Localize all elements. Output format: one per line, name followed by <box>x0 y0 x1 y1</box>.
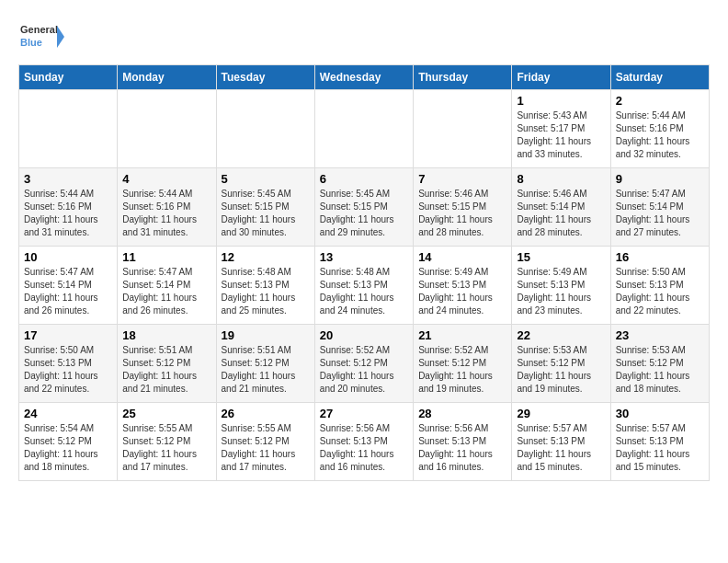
day-info: Sunrise: 5:55 AM Sunset: 5:12 PM Dayligh… <box>222 422 310 474</box>
day-info: Sunrise: 5:45 AM Sunset: 5:15 PM Dayligh… <box>320 188 408 239</box>
week-row-4: 17Sunrise: 5:50 AM Sunset: 5:13 PM Dayli… <box>19 325 710 403</box>
weekday-header-saturday: Saturday <box>610 65 709 90</box>
day-cell <box>414 90 512 168</box>
day-number: 28 <box>418 407 506 420</box>
svg-text:Blue: Blue <box>20 37 42 48</box>
day-info: Sunrise: 5:57 AM Sunset: 5:13 PM Dayligh… <box>517 422 605 474</box>
day-cell: 22Sunrise: 5:53 AM Sunset: 5:12 PM Dayli… <box>512 325 610 403</box>
day-number: 16 <box>616 250 704 264</box>
day-info: Sunrise: 5:47 AM Sunset: 5:14 PM Dayligh… <box>24 266 112 317</box>
day-info: Sunrise: 5:46 AM Sunset: 5:15 PM Dayligh… <box>418 188 506 239</box>
day-cell: 7Sunrise: 5:46 AM Sunset: 5:15 PM Daylig… <box>414 168 512 247</box>
day-cell <box>118 90 216 168</box>
day-number: 26 <box>222 407 310 420</box>
day-number: 5 <box>222 172 310 186</box>
day-number: 3 <box>24 172 112 186</box>
weekday-header-friday: Friday <box>512 65 610 90</box>
day-number: 24 <box>24 407 112 420</box>
day-info: Sunrise: 5:52 AM Sunset: 5:12 PM Dayligh… <box>418 344 506 396</box>
day-info: Sunrise: 5:48 AM Sunset: 5:13 PM Dayligh… <box>222 266 310 317</box>
day-number: 19 <box>222 328 310 342</box>
day-cell: 2Sunrise: 5:44 AM Sunset: 5:16 PM Daylig… <box>610 90 709 168</box>
day-number: 18 <box>122 328 210 342</box>
day-cell: 18Sunrise: 5:51 AM Sunset: 5:12 PM Dayli… <box>118 325 216 403</box>
day-number: 23 <box>616 328 704 342</box>
weekday-header-thursday: Thursday <box>414 65 512 90</box>
day-cell: 10Sunrise: 5:47 AM Sunset: 5:14 PM Dayli… <box>19 247 118 325</box>
day-number: 29 <box>517 407 605 420</box>
day-cell <box>216 90 314 168</box>
day-number: 21 <box>418 328 506 342</box>
day-info: Sunrise: 5:55 AM Sunset: 5:12 PM Dayligh… <box>122 422 210 474</box>
day-cell: 21Sunrise: 5:52 AM Sunset: 5:12 PM Dayli… <box>414 325 512 403</box>
day-cell: 14Sunrise: 5:49 AM Sunset: 5:13 PM Dayli… <box>414 247 512 325</box>
day-number: 7 <box>418 172 506 186</box>
day-info: Sunrise: 5:56 AM Sunset: 5:13 PM Dayligh… <box>418 422 506 474</box>
day-info: Sunrise: 5:49 AM Sunset: 5:13 PM Dayligh… <box>418 266 506 317</box>
header: General Blue <box>18 18 710 55</box>
day-cell: 6Sunrise: 5:45 AM Sunset: 5:15 PM Daylig… <box>314 168 413 247</box>
day-cell: 5Sunrise: 5:45 AM Sunset: 5:15 PM Daylig… <box>216 168 314 247</box>
week-row-3: 10Sunrise: 5:47 AM Sunset: 5:14 PM Dayli… <box>19 247 710 325</box>
day-number: 4 <box>122 172 210 186</box>
day-cell: 24Sunrise: 5:54 AM Sunset: 5:12 PM Dayli… <box>19 403 118 481</box>
day-cell: 28Sunrise: 5:56 AM Sunset: 5:13 PM Dayli… <box>414 403 512 481</box>
day-cell: 8Sunrise: 5:46 AM Sunset: 5:14 PM Daylig… <box>512 168 610 247</box>
day-number: 25 <box>122 407 210 420</box>
day-number: 2 <box>616 94 704 108</box>
day-info: Sunrise: 5:44 AM Sunset: 5:16 PM Dayligh… <box>122 188 210 239</box>
day-info: Sunrise: 5:57 AM Sunset: 5:13 PM Dayligh… <box>616 422 704 474</box>
day-info: Sunrise: 5:46 AM Sunset: 5:14 PM Dayligh… <box>517 188 605 239</box>
day-cell: 19Sunrise: 5:51 AM Sunset: 5:12 PM Dayli… <box>216 325 314 403</box>
day-cell: 11Sunrise: 5:47 AM Sunset: 5:14 PM Dayli… <box>118 247 216 325</box>
week-row-1: 1Sunrise: 5:43 AM Sunset: 5:17 PM Daylig… <box>19 90 710 168</box>
day-cell: 23Sunrise: 5:53 AM Sunset: 5:12 PM Dayli… <box>610 325 709 403</box>
day-cell: 16Sunrise: 5:50 AM Sunset: 5:13 PM Dayli… <box>610 247 709 325</box>
day-number: 27 <box>320 407 408 420</box>
weekday-header-wednesday: Wednesday <box>314 65 413 90</box>
day-info: Sunrise: 5:51 AM Sunset: 5:12 PM Dayligh… <box>222 344 310 396</box>
day-number: 10 <box>24 250 112 264</box>
day-number: 20 <box>320 328 408 342</box>
day-cell: 9Sunrise: 5:47 AM Sunset: 5:14 PM Daylig… <box>610 168 709 247</box>
day-info: Sunrise: 5:44 AM Sunset: 5:16 PM Dayligh… <box>616 109 704 161</box>
day-number: 9 <box>616 172 704 186</box>
day-cell: 20Sunrise: 5:52 AM Sunset: 5:12 PM Dayli… <box>314 325 413 403</box>
day-cell <box>314 90 413 168</box>
day-cell: 17Sunrise: 5:50 AM Sunset: 5:13 PM Dayli… <box>19 325 118 403</box>
day-cell: 25Sunrise: 5:55 AM Sunset: 5:12 PM Dayli… <box>118 403 216 481</box>
weekday-header-sunday: Sunday <box>19 65 118 90</box>
day-number: 22 <box>517 328 605 342</box>
day-cell: 4Sunrise: 5:44 AM Sunset: 5:16 PM Daylig… <box>118 168 216 247</box>
day-cell: 15Sunrise: 5:49 AM Sunset: 5:13 PM Dayli… <box>512 247 610 325</box>
day-info: Sunrise: 5:50 AM Sunset: 5:13 PM Dayligh… <box>24 344 112 396</box>
day-cell: 26Sunrise: 5:55 AM Sunset: 5:12 PM Dayli… <box>216 403 314 481</box>
day-cell <box>19 90 118 168</box>
day-number: 17 <box>24 328 112 342</box>
day-cell: 13Sunrise: 5:48 AM Sunset: 5:13 PM Dayli… <box>314 247 413 325</box>
day-cell: 12Sunrise: 5:48 AM Sunset: 5:13 PM Dayli… <box>216 247 314 325</box>
day-info: Sunrise: 5:53 AM Sunset: 5:12 PM Dayligh… <box>517 344 605 396</box>
week-row-2: 3Sunrise: 5:44 AM Sunset: 5:16 PM Daylig… <box>19 168 710 247</box>
calendar-table: SundayMondayTuesdayWednesdayThursdayFrid… <box>18 64 710 481</box>
svg-text:General: General <box>20 24 58 35</box>
weekday-header-row: SundayMondayTuesdayWednesdayThursdayFrid… <box>19 65 710 90</box>
day-info: Sunrise: 5:45 AM Sunset: 5:15 PM Dayligh… <box>222 188 310 239</box>
day-number: 14 <box>418 250 506 264</box>
weekday-header-tuesday: Tuesday <box>216 65 314 90</box>
day-number: 11 <box>122 250 210 264</box>
day-info: Sunrise: 5:44 AM Sunset: 5:16 PM Dayligh… <box>24 188 112 239</box>
week-row-5: 24Sunrise: 5:54 AM Sunset: 5:12 PM Dayli… <box>19 403 710 481</box>
day-number: 12 <box>222 250 310 264</box>
day-number: 13 <box>320 250 408 264</box>
weekday-header-monday: Monday <box>118 65 216 90</box>
day-number: 1 <box>517 94 605 108</box>
day-info: Sunrise: 5:54 AM Sunset: 5:12 PM Dayligh… <box>24 422 112 474</box>
logo-svg: General Blue <box>18 18 64 55</box>
day-cell: 27Sunrise: 5:56 AM Sunset: 5:13 PM Dayli… <box>314 403 413 481</box>
day-info: Sunrise: 5:51 AM Sunset: 5:12 PM Dayligh… <box>122 344 210 396</box>
day-number: 15 <box>517 250 605 264</box>
day-number: 8 <box>517 172 605 186</box>
day-number: 30 <box>616 407 704 420</box>
svg-marker-2 <box>57 26 64 48</box>
